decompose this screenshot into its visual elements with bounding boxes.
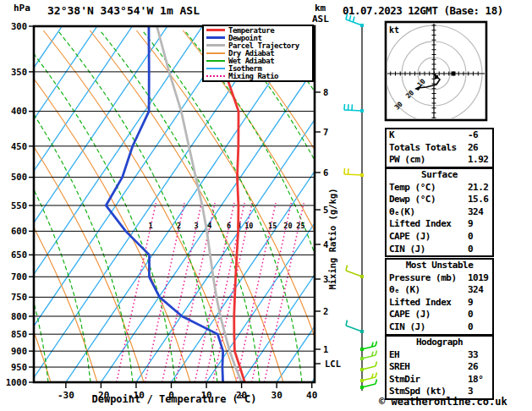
stats-row: StmDir18°	[387, 374, 492, 386]
sounding-page: hPa 32°38'N 343°54'W 1m ASL km ASL 01.07…	[0, 0, 532, 411]
wet-adiabat-line	[100, 30, 260, 382]
stats-label: PW (cm)	[389, 154, 468, 167]
stats-row: Lifted Index9	[387, 297, 492, 310]
stats-table-header: Surface	[387, 169, 492, 182]
stats-label: EH	[389, 349, 468, 362]
pressure-tick-label: 750	[11, 292, 27, 302]
legend-swatch-wet-adiabat	[206, 60, 225, 62]
stats-row: EH33	[387, 349, 492, 362]
stats-row: θₑ (K)324	[387, 284, 492, 297]
stats-row: Dewp (°C)15.6	[387, 194, 492, 206]
hodograph-area: 102030	[386, 24, 485, 122]
stats-table-hodograph: HodographEH33SREH26StmDir18°StmSpd (kt)3	[385, 335, 494, 400]
stats-table-header: Most Unstable	[387, 260, 492, 272]
stats-row: PW (cm)1.92	[387, 154, 492, 167]
stats-label: Lifted Index	[389, 297, 468, 310]
pressure-tick-label: 400	[11, 106, 27, 116]
pressure-tick-label: 1000	[6, 377, 27, 387]
hodograph-unit-label: kt	[389, 25, 399, 35]
pressure-tick-label: 600	[11, 226, 27, 236]
stats-label: Totals Totals	[389, 142, 468, 155]
wind-barb	[344, 168, 364, 177]
wet-adiabat-line	[58, 30, 217, 382]
pressure-tick-label: 300	[11, 21, 27, 31]
stats-value: 26	[468, 361, 478, 374]
stats-table: K-6Totals Totals26PW (cm)1.92	[385, 128, 494, 168]
hodograph-storm-marker	[452, 72, 456, 76]
stats-label: Temp (°C)	[389, 182, 468, 195]
legend-swatch-dewpoint	[206, 36, 225, 39]
km-tick-label: 8	[323, 87, 328, 97]
stats-label: CAPE (J)	[389, 309, 468, 321]
stats-label: θₑ (K)	[389, 284, 468, 297]
stats-label: CIN (J)	[389, 321, 468, 334]
legend-swatch-mixing-ratio	[206, 75, 225, 77]
stats-value: 18°	[468, 374, 483, 386]
mixing-ratio-label: 3	[194, 222, 198, 230]
stats-label: Lifted Index	[389, 218, 468, 231]
pressure-tick-label: 800	[11, 311, 27, 321]
stats-label: Pressure (mb)	[389, 272, 468, 285]
legend: TemperatureDewpointParcel TrajectoryDry …	[202, 25, 314, 82]
stats-value: 0	[468, 231, 473, 244]
mixing-ratio-label: 15	[268, 222, 277, 230]
dry-adiabat-line	[183, 30, 376, 382]
pressure-tick-label: 850	[11, 329, 27, 339]
wind-barb	[360, 342, 377, 352]
stats-value: 15.6	[468, 194, 489, 206]
wet-adiabat-line	[15, 30, 175, 382]
stats-value: 324	[468, 284, 483, 297]
wind-barb	[360, 362, 377, 372]
stats-table-surface: SurfaceTemp (°C)21.2Dewp (°C)15.6θₑ(K)32…	[385, 167, 494, 257]
stats-row: CAPE (J)0	[387, 231, 492, 244]
mixing-ratio-label: 20	[283, 222, 292, 230]
wind-barb	[344, 104, 364, 112]
legend-swatch-parcel-trajectory	[206, 44, 225, 47]
stats-value: 1019	[468, 272, 489, 285]
stats-row: Lifted Index9	[387, 218, 492, 231]
right-axis-label: Mixing Ratio (g/kg)	[327, 166, 337, 312]
hodograph-origin-marker	[435, 75, 438, 79]
stats-value: 0	[468, 321, 473, 334]
stats-value: 21.2	[468, 182, 489, 195]
pressure-tick-label: 900	[11, 346, 27, 356]
pressure-tick-label: 500	[11, 172, 27, 182]
pressure-tick-label: 950	[11, 362, 27, 372]
stats-label: CIN (J)	[389, 244, 468, 256]
legend-swatch-temperature	[206, 29, 225, 31]
stats-label: StmDir	[389, 374, 468, 386]
bottom-axis-label: Dewpoint / Temperature (°C)	[34, 393, 315, 405]
stats-row: Totals Totals26	[387, 142, 492, 155]
pressure-tick-label: 700	[11, 271, 27, 282]
stats-table-most-unstable: Most UnstablePressure (mb)1019θₑ (K)324L…	[385, 258, 494, 336]
wind-barb	[346, 321, 364, 334]
pressure-tick-label: 550	[11, 200, 27, 211]
legend-swatch-isotherm	[206, 68, 225, 69]
legend-item: Mixing Ratio	[204, 73, 312, 80]
copyright: © weatheronline.co.uk	[379, 396, 507, 408]
legend-label: Mixing Ratio	[228, 72, 278, 80]
stats-value: 9	[468, 218, 473, 231]
pressure-tick-label: 450	[11, 141, 27, 151]
stats-row: θₑ(K)324	[387, 206, 492, 219]
wind-barb	[346, 266, 364, 279]
stats-row: CAPE (J)0	[387, 309, 492, 321]
stats-value: 9	[468, 297, 473, 310]
mixing-ratio-label: 6	[227, 222, 231, 230]
stats-label: SREH	[389, 361, 468, 374]
stats-row: SREH26	[387, 361, 492, 374]
stats-value: 26	[468, 142, 478, 155]
wind-barb	[360, 373, 377, 383]
mixing-ratio-label: 10	[244, 222, 253, 230]
wind-barb	[346, 14, 364, 28]
stats-value: 33	[468, 349, 478, 362]
mixing-ratio-label: 1	[148, 222, 152, 230]
isotherm-line	[0, 26, 62, 382]
mixing-ratio-label: 4	[207, 222, 211, 230]
stats-value: 1.92	[468, 154, 489, 167]
stats-value: 324	[468, 206, 483, 219]
stats-table-header: Hodograph	[387, 337, 492, 349]
stats-row: K-6	[387, 129, 492, 142]
stats-row: CIN (J)0	[387, 321, 492, 334]
mixing-ratio-label: 25	[296, 222, 304, 230]
